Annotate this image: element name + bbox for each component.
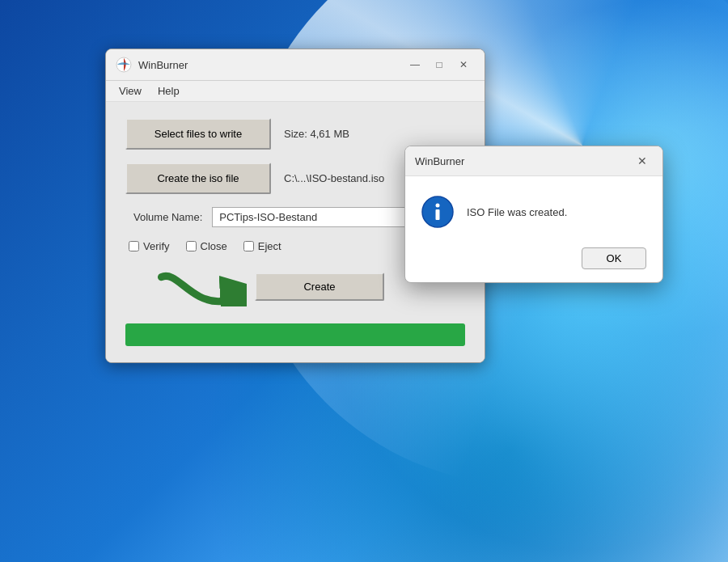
eject-checkbox[interactable] bbox=[243, 241, 254, 251]
close-checkbox-label[interactable]: Close bbox=[186, 240, 227, 252]
select-files-button[interactable]: Select files to write bbox=[125, 118, 271, 150]
titlebar-controls: — □ ✕ bbox=[404, 56, 475, 74]
winburner-logo-icon bbox=[116, 57, 132, 73]
dialog-box: WinBurner ✕ ISO File was created. OK bbox=[404, 146, 663, 283]
maximize-button[interactable]: □ bbox=[428, 56, 451, 74]
close-checkbox[interactable] bbox=[186, 241, 197, 251]
titlebar-left: WinBurner bbox=[116, 57, 188, 73]
window-title: WinBurner bbox=[138, 59, 188, 71]
dialog-content: ISO File was created. bbox=[405, 176, 662, 241]
eject-label: Eject bbox=[258, 240, 281, 252]
dialog-title: WinBurner bbox=[415, 155, 464, 167]
verify-label: Verify bbox=[143, 240, 170, 252]
dialog-message: ISO File was created. bbox=[467, 206, 567, 218]
svg-rect-4 bbox=[436, 209, 440, 220]
create-iso-button[interactable]: Create the iso file bbox=[125, 163, 271, 194]
create-button-wrap: Create bbox=[255, 273, 384, 301]
progress-bar bbox=[125, 323, 465, 346]
window-titlebar: WinBurner — □ ✕ bbox=[106, 49, 485, 81]
volume-name-label: Volume Name: bbox=[133, 211, 202, 223]
dialog-close-button[interactable]: ✕ bbox=[632, 153, 653, 169]
verify-checkbox-label[interactable]: Verify bbox=[129, 240, 170, 252]
dialog-titlebar: WinBurner ✕ bbox=[405, 146, 662, 176]
menu-bar: View Help bbox=[106, 81, 485, 102]
iso-path-label: C:\...\ISO-bestand.iso bbox=[284, 172, 384, 184]
ok-button[interactable]: OK bbox=[582, 247, 646, 269]
info-icon bbox=[421, 196, 454, 228]
minimize-button[interactable]: — bbox=[404, 56, 426, 74]
close-label: Close bbox=[201, 240, 227, 252]
window-close-button[interactable]: ✕ bbox=[452, 56, 475, 74]
svg-point-3 bbox=[436, 204, 440, 208]
create-button[interactable]: Create bbox=[255, 273, 384, 301]
eject-checkbox-label[interactable]: Eject bbox=[243, 240, 281, 252]
size-label: Size: 4,61 MB bbox=[284, 128, 349, 140]
green-arrow-icon bbox=[150, 266, 247, 306]
dialog-footer: OK bbox=[405, 241, 662, 282]
verify-checkbox[interactable] bbox=[129, 241, 139, 251]
menu-view[interactable]: View bbox=[112, 82, 148, 99]
menu-help[interactable]: Help bbox=[151, 82, 186, 99]
